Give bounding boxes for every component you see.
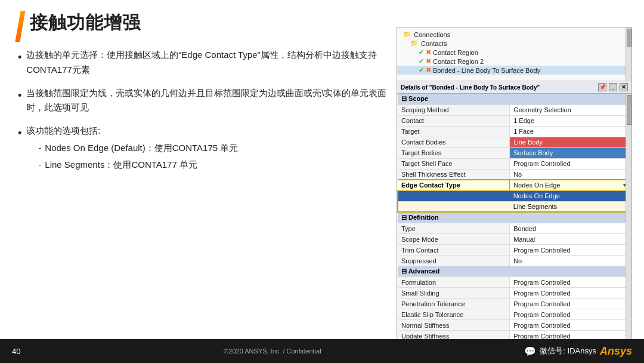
check-icon-2: ✔ xyxy=(419,57,424,65)
details-scrollbar-thumb[interactable] xyxy=(627,95,631,125)
wechat-label: 微信号: IDAnsys xyxy=(540,346,596,356)
advanced-section-label: ⊟ Advanced xyxy=(398,266,631,277)
prop-scope-mode: Scope Mode xyxy=(398,234,510,245)
bullet-3: • 该功能的选项包括: - Nodes On Edge (Default)：使用… xyxy=(18,124,388,174)
val-penetration-tolerance: Program Controlled xyxy=(510,299,631,309)
val-contact: 1 Edge xyxy=(510,115,631,126)
tree-label-contacts: Contacts xyxy=(421,40,447,47)
prop-target-bodies: Target Bodies xyxy=(398,147,510,158)
pin-button[interactable]: 📌 xyxy=(598,83,606,91)
row-dropdown-option2[interactable]: Line Segments xyxy=(398,201,631,212)
val-scope-mode: Manual xyxy=(510,234,631,245)
content-area: • 边接触的单元选择：使用接触区域上的“Edge Contact Type”属性… xyxy=(18,48,388,182)
prop-formulation: Formulation xyxy=(398,277,510,288)
close-button[interactable]: ✕ xyxy=(620,83,628,91)
prop-type: Type xyxy=(398,223,510,234)
row-trim-contact: Trim Contact Program Controlled xyxy=(398,245,631,256)
val-elastic-slip: Program Controlled xyxy=(510,309,631,320)
definition-header-row: ⊟ Definition xyxy=(398,212,631,223)
prop-normal-stiffness: Normal Stiffness xyxy=(398,320,510,331)
wechat-icon: 💬 xyxy=(524,346,536,357)
row-dropdown-option1[interactable]: Nodes On Edge xyxy=(398,190,631,201)
row-shell-thickness: Shell Thickness Effect No xyxy=(398,169,631,180)
tree-label-contact-region2: Contact Region 2 xyxy=(433,58,484,65)
scope-header-row: ⊟ Scope xyxy=(398,94,631,104)
prop-penetration-tolerance: Penetration Tolerance xyxy=(398,299,510,309)
prop-elastic-slip: Elastic Slip Tolerance xyxy=(398,309,510,320)
tree-scrollbar[interactable] xyxy=(626,27,631,81)
prop-scoping-method: Scoping Method xyxy=(398,104,510,115)
bullet-dot-2: • xyxy=(18,87,21,105)
details-table: ⊟ Scope Scoping Method Geometry Selectio… xyxy=(397,94,631,352)
val-target-bodies: Surface Body xyxy=(510,147,631,158)
dropdown-option2-left xyxy=(398,201,510,212)
ansys-logo: Ansys xyxy=(600,345,632,358)
row-type: Type Bonded xyxy=(398,223,631,234)
minimize-button[interactable]: _ xyxy=(609,83,617,91)
val-suppressed: No xyxy=(510,256,631,266)
footer-right: 💬 微信号: IDAnsys Ansys xyxy=(524,345,632,358)
row-small-sliding: Small Sliding Program Controlled xyxy=(398,288,631,299)
sub-dash-2: - xyxy=(38,158,41,173)
tree-panel: 📁 Connections 📁 Contacts ✔ ✖ Contact Reg… xyxy=(397,27,631,81)
prop-target-shell: Target Shell Face xyxy=(398,158,510,169)
tree-item-contact-region[interactable]: ✔ ✖ Contact Region xyxy=(397,48,631,57)
prop-contact: Contact xyxy=(398,115,510,126)
scope-section-label: ⊟ Scope xyxy=(398,94,631,104)
val-normal-stiffness: Program Controlled xyxy=(510,320,631,331)
row-formulation: Formulation Program Controlled xyxy=(398,277,631,288)
sub-bullets: - Nodes On Edge (Default)：使用CONTA175 单元 … xyxy=(38,141,238,173)
sub-text-2: Line Segments：使用CONTA177 单元 xyxy=(45,158,197,173)
tree-item-contacts[interactable]: 📁 Contacts xyxy=(397,39,631,48)
tree-item-contact-region2[interactable]: ✔ ✖ Contact Region 2 xyxy=(397,57,631,66)
x-icon-3: ✖ xyxy=(426,66,431,74)
details-title: Details of "Bonded - Line Body To Surfac… xyxy=(401,84,540,91)
row-penetration-tolerance: Penetration Tolerance Program Controlled xyxy=(398,299,631,309)
bullet-dot-1: • xyxy=(18,48,21,67)
tree-item-bonded[interactable]: ✔ ✖ Bonded - Line Body To Surface Body xyxy=(397,66,631,75)
row-edge-contact-type[interactable]: Edge Contact Type Nodes On Edge ▼ xyxy=(398,180,631,190)
sub-bullet-1: - Nodes On Edge (Default)：使用CONTA175 单元 xyxy=(38,141,238,156)
val-scoping-method: Geometry Selection xyxy=(510,104,631,115)
details-header: Details of "Bonded - Line Body To Surfac… xyxy=(397,81,631,94)
tree-label-contact-region: Contact Region xyxy=(433,49,478,56)
definition-section-label: ⊟ Definition xyxy=(398,212,631,223)
x-icon-1: ✖ xyxy=(426,48,431,56)
dropdown-option1[interactable]: Nodes On Edge xyxy=(510,190,631,201)
tree-label-bonded: Bonded - Line Body To Surface Body xyxy=(433,67,540,74)
prop-contact-bodies: Contact Bodies xyxy=(398,137,510,147)
edge-contact-value: Nodes On Edge xyxy=(513,182,560,189)
details-scrollbar[interactable] xyxy=(626,94,631,352)
val-type: Bonded xyxy=(510,223,631,234)
val-edge-contact-type[interactable]: Nodes On Edge ▼ xyxy=(510,180,631,190)
sub-text-1: Nodes On Edge (Default)：使用CONTA175 单元 xyxy=(45,141,238,156)
prop-edge-contact-type: Edge Contact Type xyxy=(398,180,510,190)
footer-page-number: 40 xyxy=(12,347,20,356)
tree-item-connections[interactable]: 📁 Connections xyxy=(397,30,631,39)
header-accent xyxy=(15,11,25,42)
row-suppressed: Suppressed No xyxy=(398,256,631,266)
val-target: 1 Face xyxy=(510,126,631,137)
bullet-dot-3: • xyxy=(18,124,21,143)
tree-scrollbar-thumb[interactable] xyxy=(627,29,631,47)
row-normal-stiffness: Normal Stiffness Program Controlled xyxy=(398,320,631,331)
val-small-sliding: Program Controlled xyxy=(510,288,631,299)
bullet-text-1: 边接触的单元选择：使用接触区域上的“Edge Contact Type”属性，结… xyxy=(26,48,388,78)
page-title: 接触功能增强 xyxy=(30,11,141,35)
row-target-bodies: Target Bodies Surface Body xyxy=(398,147,631,158)
folder-icon-connections: 📁 xyxy=(403,30,411,38)
check-icon-1: ✔ xyxy=(419,48,424,56)
val-target-shell: Program Controlled xyxy=(510,158,631,169)
sub-dash-1: - xyxy=(38,141,41,156)
tree-label-connections: Connections xyxy=(414,31,450,38)
val-shell-thickness: No xyxy=(510,169,631,180)
advanced-header-row: ⊟ Advanced xyxy=(398,266,631,277)
edge-contact-dropdown[interactable]: Nodes On Edge ▼ xyxy=(510,180,631,190)
dropdown-option2[interactable]: Line Segments xyxy=(510,201,631,212)
prop-target: Target xyxy=(398,126,510,137)
val-contact-bodies: Line Body xyxy=(510,137,631,147)
bullet-text-2: 当接触范围限定为线，壳或实体的几何边并且目标范围限定为边或曲面或壳\实体的单元表… xyxy=(26,86,388,116)
details-table-container: ⊟ Scope Scoping Method Geometry Selectio… xyxy=(397,94,631,352)
bullet-text-3: 该功能的选项包括: - Nodes On Edge (Default)：使用CO… xyxy=(26,124,238,174)
check-icon-3: ✔ xyxy=(419,66,424,74)
